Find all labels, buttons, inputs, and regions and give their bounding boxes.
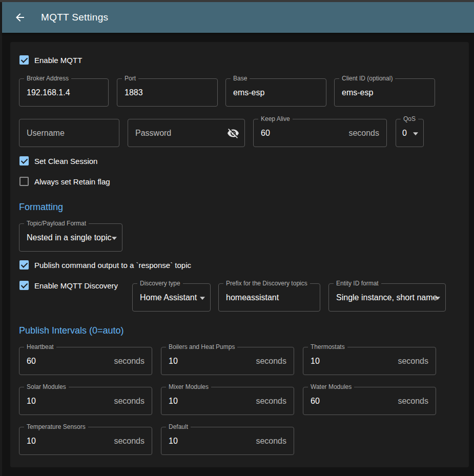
enable-mqtt-label: Enable MQTT — [34, 56, 82, 65]
visibility-off-icon[interactable] — [227, 127, 239, 139]
topic-format-value: Nested in a single topic — [27, 233, 111, 242]
interval-temperature-suffix: seconds — [114, 437, 145, 446]
entity-id-format-select[interactable]: Entity ID format Single instance, short … — [328, 283, 446, 312]
interval-water-value: 60 — [311, 397, 320, 406]
entity-id-format-value: Single instance, short name — [336, 293, 437, 302]
interval-temperature-field[interactable]: Temperature Sensors 10 seconds — [19, 427, 152, 455]
interval-boilers-field[interactable]: Boilers and Heat Pumps 10 seconds — [161, 347, 294, 375]
retain-flag-checkbox[interactable] — [19, 177, 29, 186]
interval-heartbeat-suffix: seconds — [114, 357, 145, 366]
broker-address-value: 192.168.1.4 — [27, 88, 70, 97]
interval-solar-suffix: seconds — [114, 397, 145, 406]
page-title: MQTT Settings — [41, 12, 108, 23]
port-value: 1883 — [125, 88, 143, 97]
dropdown-arrow-icon — [435, 297, 440, 300]
interval-boilers-label: Boilers and Heat Pumps — [166, 343, 237, 350]
dropdown-arrow-icon — [413, 132, 418, 135]
enable-mqtt-row: Enable MQTT — [19, 55, 82, 65]
interval-thermostats-suffix: seconds — [398, 357, 428, 366]
formatting-section-title: Formatting — [19, 202, 63, 213]
interval-boilers-value: 10 — [169, 357, 178, 366]
window-left-edge — [0, 2, 2, 476]
username-field[interactable]: Username — [19, 119, 119, 147]
publish-intervals-section-title: Publish Intervals (0=auto) — [19, 325, 124, 336]
app-bar: MQTT Settings — [2, 2, 474, 33]
interval-boilers-suffix: seconds — [256, 357, 286, 366]
interval-temperature-value: 10 — [27, 437, 36, 446]
interval-thermostats-field[interactable]: Thermostats 10 seconds — [303, 347, 436, 375]
interval-heartbeat-label: Heartbeat — [24, 343, 56, 350]
discovery-prefix-label: Prefix for the Discovery topics — [223, 280, 310, 287]
interval-heartbeat-field[interactable]: Heartbeat 60 seconds — [19, 347, 152, 375]
interval-solar-label: Solar Modules — [24, 383, 69, 390]
retain-flag-label: Always set Retain flag — [34, 177, 110, 186]
keep-alive-suffix: seconds — [348, 129, 379, 138]
arrow-back-icon — [14, 11, 26, 24]
enable-mqtt-checkbox[interactable] — [19, 55, 29, 65]
discovery-type-label: Discovery type — [137, 280, 183, 287]
base-value: ems-esp — [233, 88, 264, 97]
base-field[interactable]: Base ems-esp — [225, 78, 326, 107]
password-field[interactable]: Password — [128, 119, 245, 147]
interval-mixer-label: Mixer Modules — [166, 383, 211, 390]
interval-water-label: Water Modules — [308, 383, 354, 390]
username-placeholder: Username — [27, 129, 65, 138]
interval-water-suffix: seconds — [398, 397, 428, 406]
discovery-type-select[interactable]: Discovery type Home Assistant — [132, 283, 211, 312]
keep-alive-field[interactable]: Keep Alive 60 seconds — [253, 119, 387, 147]
entity-id-format-label: Entity ID format — [334, 280, 381, 287]
interval-default-suffix: seconds — [256, 437, 286, 446]
qos-value: 0 — [402, 129, 407, 138]
interval-solar-field[interactable]: Solar Modules 10 seconds — [19, 387, 152, 415]
base-label: Base — [231, 75, 250, 82]
topic-format-select[interactable]: Topic/Payload Format Nested in a single … — [19, 223, 122, 252]
interval-water-field[interactable]: Water Modules 60 seconds — [303, 387, 436, 415]
enable-discovery-row: Enable MQTT Discovery — [19, 281, 118, 290]
dropdown-arrow-icon — [200, 297, 205, 300]
client-id-field[interactable]: Client ID (optional) ems-esp — [334, 78, 435, 107]
interval-temperature-label: Temperature Sensors — [24, 423, 88, 430]
retain-flag-row: Always set Retain flag — [19, 177, 110, 186]
back-button[interactable] — [13, 11, 27, 24]
interval-solar-value: 10 — [27, 397, 36, 406]
publish-response-row: Publish command output to a `response` t… — [19, 260, 191, 270]
clean-session-row: Set Clean Session — [19, 156, 97, 165]
qos-label: QoS — [401, 115, 418, 122]
discovery-prefix-field[interactable]: Prefix for the Discovery topics homeassi… — [218, 283, 320, 312]
keep-alive-value: 60 — [261, 129, 270, 138]
broker-address-label: Broker Address — [24, 75, 71, 82]
interval-mixer-value: 10 — [169, 397, 178, 406]
discovery-type-value: Home Assistant — [140, 293, 197, 302]
discovery-prefix-value: homeassistant — [226, 293, 279, 302]
password-placeholder: Password — [135, 129, 171, 138]
enable-discovery-label: Enable MQTT Discovery — [34, 281, 118, 290]
interval-heartbeat-value: 60 — [27, 357, 36, 366]
dropdown-arrow-icon — [112, 237, 117, 240]
port-label: Port — [122, 75, 138, 82]
keep-alive-label: Keep Alive — [258, 115, 293, 122]
interval-mixer-field[interactable]: Mixer Modules 10 seconds — [161, 387, 294, 415]
interval-default-value: 10 — [169, 437, 178, 446]
broker-address-field[interactable]: Broker Address 192.168.1.4 — [19, 78, 109, 107]
port-field[interactable]: Port 1883 — [117, 78, 218, 107]
mqtt-settings-card: Enable MQTT Broker Address 192.168.1.4 P… — [10, 42, 469, 467]
clean-session-label: Set Clean Session — [34, 157, 97, 165]
qos-select[interactable]: QoS 0 — [396, 119, 424, 147]
enable-discovery-checkbox[interactable] — [19, 281, 29, 290]
client-id-label: Client ID (optional) — [339, 75, 395, 82]
publish-response-checkbox[interactable] — [19, 260, 29, 270]
interval-thermostats-label: Thermostats — [308, 343, 347, 350]
interval-default-label: Default — [166, 423, 191, 430]
publish-response-label: Publish command output to a `response` t… — [34, 261, 191, 270]
topic-format-label: Topic/Payload Format — [24, 220, 89, 227]
interval-mixer-suffix: seconds — [256, 397, 286, 406]
interval-default-field[interactable]: Default 10 seconds — [161, 427, 294, 455]
interval-thermostats-value: 10 — [311, 357, 320, 366]
client-id-value: ems-esp — [342, 88, 373, 97]
clean-session-checkbox[interactable] — [19, 156, 29, 165]
